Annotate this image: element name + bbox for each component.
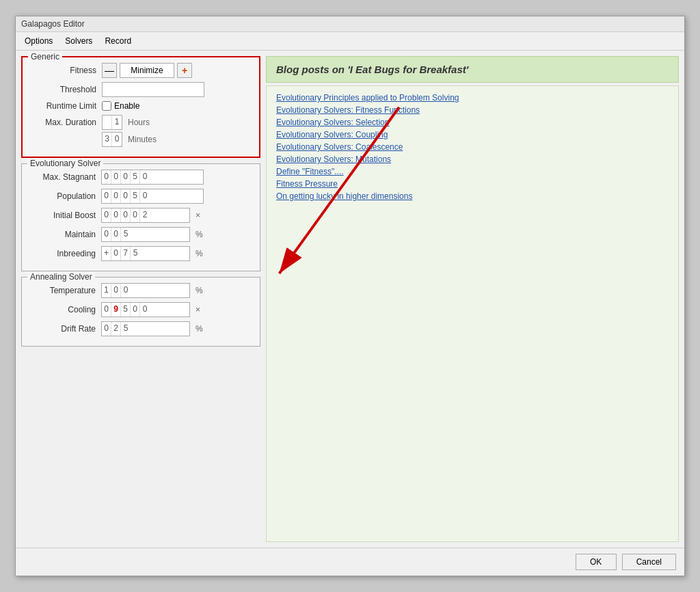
- minutes-line: 3 0 Minutes: [102, 132, 157, 147]
- population-label: Population: [27, 191, 96, 201]
- drift-rate-control: 0 2 5 %: [101, 321, 203, 336]
- cancel-button[interactable]: Cancel: [622, 554, 676, 570]
- max-duration-row: Max. Duration 1 Hours 3 0: [28, 115, 254, 147]
- temperature-control: 1 0 0 %: [101, 283, 203, 298]
- generic-group: Generic Fitness — Minimize +: [21, 56, 260, 158]
- drift-rate-input[interactable]: 0 2 5: [101, 321, 190, 336]
- fitness-value: Minimize: [120, 63, 174, 78]
- hours-d1: [103, 116, 112, 129]
- right-panel: Blog posts on 'I Eat Bugs for Breakfast'…: [266, 56, 679, 542]
- annealing-label: Annealing Solver: [27, 272, 95, 282]
- fitness-control: — Minimize +: [102, 63, 192, 78]
- window-title: Galapagos Editor: [21, 19, 85, 29]
- inbreeding-control: + 0 7 5 %: [101, 246, 203, 261]
- drift-unit: %: [196, 324, 203, 334]
- maintain-control: 0 0 5 %: [101, 227, 203, 242]
- fitness-minus-btn[interactable]: —: [102, 63, 117, 78]
- temperature-input[interactable]: 1 0 0: [101, 283, 190, 298]
- cooling-control: 0 9 5 0 0 ×: [101, 302, 200, 317]
- blog-link-2[interactable]: Evolutionary Solvers: Selection: [276, 118, 669, 127]
- cooling-label: Cooling: [27, 305, 96, 314]
- initial-boost-row: Initial Boost 0 0 0 0 2 ×: [27, 208, 254, 223]
- population-row: Population 0 0 0 5 0: [27, 189, 254, 204]
- minus-icon: —: [105, 65, 114, 76]
- maintain-input[interactable]: 0 0 5: [101, 227, 190, 242]
- inbreeding-label: Inbreeding: [27, 249, 96, 258]
- blog-link-4[interactable]: Evolutionary Solvers: Coalescence: [276, 142, 669, 152]
- inbreeding-row: Inbreeding + 0 7 5 %: [27, 246, 254, 261]
- runtime-label: Runtime Limit: [28, 101, 96, 111]
- menu-options[interactable]: Options: [18, 33, 59, 49]
- main-window: Galapagos Editor Options Solvers Record …: [15, 16, 685, 576]
- inbreeding-input[interactable]: + 0 7 5: [101, 246, 190, 261]
- left-panel: Generic Fitness — Minimize +: [21, 56, 260, 542]
- initial-boost-label: Initial Boost: [27, 211, 96, 220]
- initial-boost-input[interactable]: 0 0 0 0 2: [101, 208, 190, 223]
- max-duration-label: Max. Duration: [28, 118, 96, 127]
- minutes-unit: Minutes: [128, 135, 157, 144]
- enable-label: Enable: [114, 101, 139, 111]
- drift-rate-row: Drift Rate 0 2 5 %: [27, 321, 254, 336]
- plus-icon: +: [182, 65, 187, 76]
- blog-link-3[interactable]: Evolutionary Solvers: Coupling: [276, 130, 669, 139]
- hours-d2: 1: [112, 116, 122, 129]
- menu-solvers[interactable]: Solvers: [59, 33, 98, 49]
- cooling-row: Cooling 0 9 5 0 0 ×: [27, 302, 254, 317]
- cooling-unit: ×: [196, 305, 200, 314]
- fitness-plus-btn[interactable]: +: [177, 63, 192, 78]
- maintain-row: Maintain 0 0 5 %: [27, 227, 254, 242]
- max-stagnant-input[interactable]: 0 0 0 5 0: [101, 170, 204, 185]
- initial-boost-unit: ×: [196, 211, 200, 220]
- minutes-d2: 0: [112, 133, 122, 146]
- hours-input[interactable]: 1: [102, 115, 122, 130]
- minutes-input[interactable]: 3 0: [102, 132, 122, 147]
- cooling-input[interactable]: 0 9 5 0 0: [101, 302, 190, 317]
- generic-label: Generic: [28, 52, 62, 62]
- threshold-input[interactable]: [102, 82, 204, 97]
- blog-link-5[interactable]: Evolutionary Solvers: Mutations: [276, 154, 669, 164]
- menu-record[interactable]: Record: [98, 33, 137, 49]
- title-bar: Galapagos Editor: [16, 16, 684, 32]
- evolutionary-label: Evolutionary Solver: [27, 159, 103, 168]
- blog-link-8[interactable]: On getting lucky in higher dimensions: [276, 191, 669, 201]
- threshold-label: Threshold: [28, 85, 96, 94]
- temperature-unit: %: [196, 286, 203, 295]
- enable-check: Enable: [102, 101, 139, 111]
- initial-boost-control: 0 0 0 0 2 ×: [101, 208, 200, 223]
- blog-header: Blog posts on 'I Eat Bugs for Breakfast': [266, 56, 679, 83]
- bottom-bar: OK Cancel: [16, 548, 684, 576]
- inbreeding-unit: %: [196, 249, 203, 258]
- annealing-group: Annealing Solver Temperature 1 0 0 %: [21, 277, 260, 347]
- maintain-unit: %: [196, 230, 203, 239]
- main-content: Generic Fitness — Minimize +: [16, 51, 684, 548]
- enable-checkbox[interactable]: [102, 101, 111, 111]
- temperature-row: Temperature 1 0 0 %: [27, 283, 254, 298]
- duration-inputs: 1 Hours 3 0 Minutes: [102, 115, 157, 147]
- menu-bar: Options Solvers Record: [16, 32, 684, 51]
- temperature-label: Temperature: [27, 286, 96, 295]
- fitness-row: Fitness — Minimize +: [28, 63, 254, 78]
- max-stagnant-row: Max. Stagnant 0 0 0 5 0: [27, 170, 254, 185]
- minutes-d1: 3: [103, 133, 112, 146]
- evolutionary-group: Evolutionary Solver Max. Stagnant 0 0 0 …: [21, 163, 260, 271]
- blog-link-0[interactable]: Evolutionary Principles applied to Probl…: [276, 93, 669, 103]
- population-input[interactable]: 0 0 0 5 0: [101, 189, 204, 204]
- hours-line: 1 Hours: [102, 115, 157, 130]
- runtime-row: Runtime Limit Enable: [28, 101, 254, 111]
- threshold-row: Threshold: [28, 82, 254, 97]
- ok-button[interactable]: OK: [576, 554, 617, 570]
- drift-rate-label: Drift Rate: [27, 324, 96, 334]
- blog-link-7[interactable]: Fitness Pressure: [276, 179, 669, 189]
- blog-links: Evolutionary Principles applied to Probl…: [266, 85, 679, 542]
- hours-unit: Hours: [128, 118, 150, 127]
- fitness-label: Fitness: [28, 66, 96, 75]
- blog-link-6[interactable]: Define "Fitness"....: [276, 167, 669, 176]
- maintain-label: Maintain: [27, 230, 96, 239]
- max-stagnant-label: Max. Stagnant: [27, 172, 96, 182]
- blog-link-1[interactable]: Evolutionary Solvers: Fitness Functions: [276, 105, 669, 115]
